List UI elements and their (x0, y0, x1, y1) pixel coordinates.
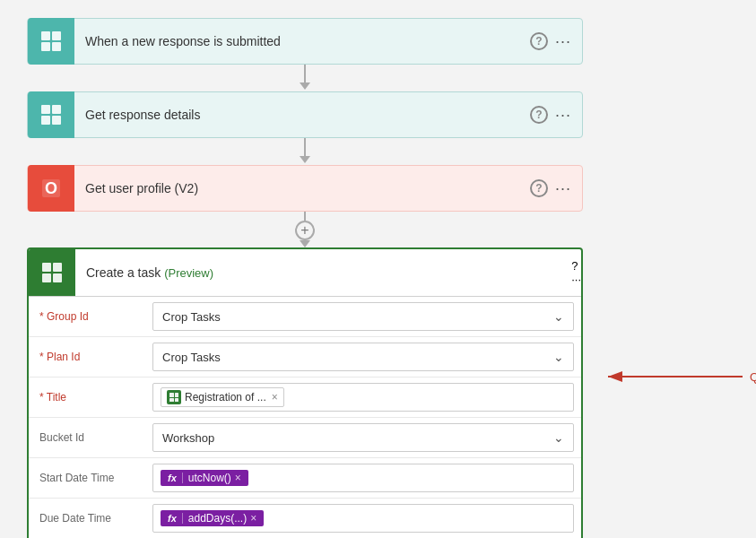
forms-token-icon (167, 390, 181, 404)
plan-id-value: Crop Tasks ⌄ (145, 337, 581, 377)
connector-2-line (304, 138, 306, 156)
step2-icon (28, 91, 74, 138)
form-row-start-date: Start Date Time fx utcNow() × (29, 458, 581, 499)
svg-rect-1 (52, 31, 61, 40)
step-card-2: Get response details ? ··· (27, 91, 583, 138)
due-date-label: Due Date Time (29, 503, 145, 534)
create-task-help-icon[interactable]: ? (571, 259, 581, 273)
step1-actions: ? ··· (530, 32, 582, 51)
due-date-fx-label: fx (168, 513, 183, 524)
svg-rect-4 (41, 105, 50, 114)
form-row-plan-id: * Plan Id Crop Tasks ⌄ (29, 337, 581, 377)
group-id-dropdown[interactable]: Crop Tasks ⌄ (152, 302, 574, 331)
connector-2 (300, 138, 310, 165)
title-token-field[interactable]: Registration of ... × (152, 383, 574, 412)
create-task-header: Create a task (Preview) ? ··· (29, 249, 581, 296)
step3-help-icon[interactable]: ? (530, 179, 548, 197)
svg-rect-0 (41, 31, 50, 40)
step2-more-icon[interactable]: ··· (555, 106, 571, 125)
add-step-button[interactable]: + (295, 221, 315, 240)
create-task-title-text: Create a task (86, 265, 161, 280)
title-label: * Title (29, 382, 145, 412)
bucket-id-text: Workshop (162, 431, 553, 445)
red-arrow-svg (604, 366, 747, 387)
start-date-value: fx utcNow() × (145, 458, 581, 498)
create-task-actions: ? ··· (571, 259, 581, 286)
svg-rect-5 (52, 105, 61, 114)
group-id-value: Crop Tasks ⌄ (145, 297, 581, 336)
start-date-fx-label: fx (168, 473, 183, 483)
title-value: Registration of ... × (145, 377, 581, 417)
start-date-fx-token: fx utcNow() × (161, 470, 248, 486)
group-id-label: * Group Id (29, 301, 145, 332)
start-date-fx-value: utcNow() (188, 472, 231, 484)
svg-rect-2 (41, 42, 50, 51)
svg-rect-10 (42, 263, 51, 272)
step2-actions: ? ··· (530, 106, 582, 125)
plan-id-dropdown[interactable]: Crop Tasks ⌄ (152, 343, 574, 371)
title-token-close[interactable]: × (272, 391, 278, 404)
plan-id-chevron: ⌄ (553, 350, 564, 364)
connector-plus: + (295, 212, 315, 247)
create-task-icon (29, 249, 75, 296)
svg-text:O: O (45, 179, 57, 197)
step-card-3: O Get user profile (V2) ? ··· (27, 165, 583, 212)
start-date-token-field[interactable]: fx utcNow() × (152, 464, 574, 492)
step1-more-icon[interactable]: ··· (555, 32, 571, 51)
annotation: Question in form (604, 366, 747, 387)
due-date-token-field[interactable]: fx addDays(...) × (152, 504, 574, 533)
connector-plus-arrow (300, 240, 310, 247)
create-task-card: Create a task (Preview) ? ··· * Group Id (27, 247, 583, 538)
step1-help-icon[interactable]: ? (530, 32, 548, 50)
bucket-id-value: Workshop ⌄ (145, 418, 581, 457)
connector-1 (300, 65, 310, 91)
step3-icon: O (28, 165, 74, 212)
canvas: When a new response is submitted ? ··· (0, 0, 756, 538)
create-task-title: Create a task (Preview) (75, 265, 571, 280)
connector-1-line (304, 65, 306, 82)
step-card-1: When a new response is submitted ? ··· (27, 18, 583, 65)
connector-1-arrow (300, 82, 310, 90)
svg-rect-3 (52, 42, 61, 51)
step2-title: Get response details (74, 108, 530, 122)
bucket-id-chevron: ⌄ (553, 430, 564, 445)
create-task-more-icon[interactable]: ··· (571, 273, 581, 286)
due-date-value: fx addDays(...) × (145, 499, 581, 538)
bucket-id-label: Bucket Id (29, 422, 145, 453)
form-row-bucket-id: Bucket Id Workshop ⌄ (29, 418, 581, 458)
create-task-body: * Group Id Crop Tasks ⌄ * Plan Id Crop T… (29, 296, 581, 538)
form-row-group-id: * Group Id Crop Tasks ⌄ (29, 297, 581, 337)
title-token-text: Registration of ... (185, 391, 266, 404)
plan-id-label: * Plan Id (29, 342, 145, 372)
forms-token-icon-inner (169, 393, 178, 402)
start-date-token-close[interactable]: × (235, 472, 241, 484)
start-date-label: Start Date Time (29, 463, 145, 493)
due-date-fx-token: fx addDays(...) × (161, 510, 264, 526)
group-id-chevron: ⌄ (553, 309, 564, 324)
step3-actions: ? ··· (530, 179, 582, 198)
create-task-preview-badge: (Preview) (164, 266, 213, 280)
svg-rect-11 (53, 263, 62, 272)
due-date-fx-value: addDays(...) (188, 512, 247, 525)
title-token: Registration of ... × (161, 387, 284, 407)
step3-title: Get user profile (V2) (74, 181, 530, 195)
connector-2-arrow (300, 156, 310, 163)
step1-title: When a new response is submitted (74, 34, 530, 48)
flow-container: When a new response is submitted ? ··· (0, 0, 610, 538)
step3-more-icon[interactable]: ··· (555, 179, 571, 198)
group-id-text: Crop Tasks (162, 310, 553, 324)
svg-rect-6 (41, 116, 50, 125)
step2-help-icon[interactable]: ? (530, 106, 548, 124)
plan-id-text: Crop Tasks (162, 351, 553, 364)
bucket-id-dropdown[interactable]: Workshop ⌄ (152, 423, 574, 452)
form-row-title: * Title Registration of ... × (29, 377, 581, 418)
due-date-token-close[interactable]: × (250, 512, 256, 525)
form-row-due-date: Due Date Time fx addDays(...) × (29, 499, 581, 538)
svg-rect-12 (42, 273, 51, 282)
step1-icon (28, 18, 74, 65)
svg-rect-7 (52, 116, 61, 125)
annotation-label: Question in form (750, 370, 756, 384)
svg-rect-13 (53, 273, 62, 282)
connector-plus-line-top (304, 212, 306, 221)
